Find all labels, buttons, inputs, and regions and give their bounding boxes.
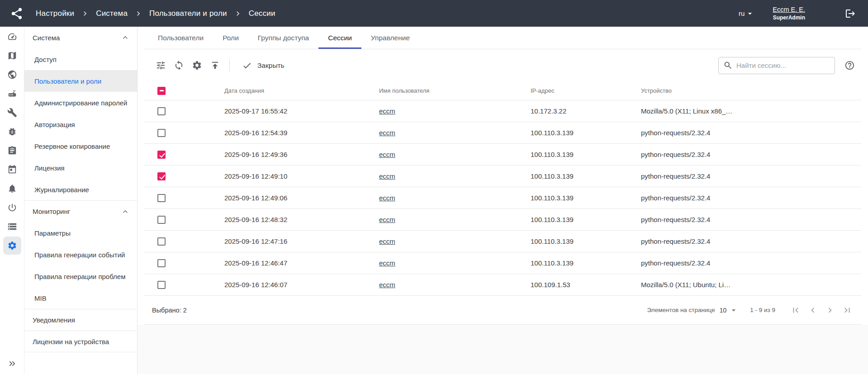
row-checkbox[interactable] [157, 129, 166, 137]
user-link[interactable]: eccm [379, 107, 395, 115]
search-box[interactable] [718, 57, 835, 74]
session-created-cell: 2025-09-16 12:46:07 [224, 281, 379, 289]
sidebar-item[interactable]: Лицензия [24, 157, 137, 179]
search-input[interactable] [736, 62, 830, 69]
tune-button[interactable] [152, 57, 169, 74]
row-checkbox[interactable] [157, 259, 166, 267]
table-row: 2025-09-16 12:49:10eccm100.110.3.139pyth… [144, 166, 861, 187]
rail-item-router[interactable] [3, 85, 21, 103]
per-page-label: Элементов на странице [647, 307, 715, 313]
user-link[interactable]: eccm [379, 259, 395, 267]
tab[interactable]: Роли [213, 27, 248, 49]
row-checkbox-cell [157, 237, 224, 246]
user-link[interactable]: eccm [379, 194, 395, 202]
column-header[interactable]: IP-адрес [531, 87, 641, 94]
app-logo-icon[interactable] [10, 7, 24, 20]
session-ip-cell: 10.172.3.22 [531, 107, 641, 115]
sidebar-item[interactable]: Правила генерации проблем [24, 265, 137, 287]
close-session-button[interactable]: Закрыть [236, 57, 291, 74]
upload-button[interactable] [206, 57, 223, 74]
session-device-cell: Mozilla/5.0 (X11; Ubuntu; Li… [641, 281, 861, 289]
tab[interactable]: Группы доступа [248, 27, 318, 49]
row-checkbox[interactable] [157, 172, 166, 180]
breadcrumb-item[interactable]: Пользователи и роли [149, 9, 227, 18]
last-page-icon [842, 305, 852, 315]
sidebar-section-label: Система [33, 34, 60, 42]
sidebar-item[interactable]: Правила генерации событий [24, 244, 137, 265]
row-checkbox[interactable] [157, 107, 166, 115]
sync-button[interactable] [170, 57, 187, 74]
help-button[interactable] [841, 57, 858, 74]
rail-item-dashboard[interactable] [3, 28, 21, 46]
last-page-button[interactable] [840, 303, 855, 318]
chevron-up-icon [121, 207, 130, 216]
rail-item-map[interactable] [3, 47, 21, 65]
tab[interactable]: Управление [361, 27, 419, 49]
rail-item-calendar[interactable] [3, 161, 21, 179]
column-header[interactable]: Устройство [641, 87, 861, 94]
breadcrumb-item[interactable]: Сессии [249, 9, 275, 18]
rail-item-server[interactable] [3, 218, 21, 236]
row-checkbox[interactable] [157, 216, 166, 224]
breadcrumb-item[interactable]: Настройки [36, 9, 74, 18]
topbar: НастройкиСистемаПользователи и ролиСесси… [0, 0, 868, 27]
main: ПользователиРолиГруппы доступаСессииУпра… [138, 27, 868, 374]
rail-item-bug[interactable] [3, 123, 21, 141]
session-created-cell: 2025-09-16 12:47:16 [224, 237, 379, 245]
user-link[interactable]: eccm [379, 172, 395, 180]
tab[interactable]: Пользователи [148, 27, 213, 49]
first-page-button[interactable] [788, 303, 803, 318]
rail-item-globe[interactable] [3, 66, 21, 84]
sidebar-item[interactable]: Авторизация [24, 114, 137, 135]
language-selector[interactable]: ru [739, 9, 754, 18]
upload-icon [210, 60, 220, 71]
expand-sidebar-button[interactable] [7, 359, 17, 369]
session-user-cell: eccm [379, 237, 531, 245]
settings-icon [7, 241, 17, 251]
user-menu[interactable]: Eccm E. E. SuperAdmin [773, 5, 805, 21]
rail-item-settings[interactable] [3, 237, 21, 255]
tune-icon [156, 60, 166, 71]
logout-button[interactable] [845, 8, 856, 19]
sidebar-section[interactable]: Мониторинг [24, 200, 137, 222]
tab[interactable]: Сессии [318, 27, 361, 49]
sidebar-item[interactable]: Пользователи и роли [24, 70, 137, 92]
sidebar-item[interactable]: Доступ [24, 48, 137, 70]
sidebar-item[interactable]: Резервное копирование [24, 135, 137, 157]
rail-item-uptime[interactable] [3, 199, 21, 217]
sidebar-item[interactable]: Параметры [24, 222, 137, 244]
session-user-cell: eccm [379, 216, 531, 223]
rail-item-bell[interactable] [3, 180, 21, 198]
user-link[interactable]: eccm [379, 129, 395, 137]
column-header[interactable]: Дата создания [224, 87, 379, 94]
user-link[interactable]: eccm [379, 216, 395, 223]
per-page-select[interactable]: 10 [720, 306, 739, 315]
selected-count: Выбрано: 2 [152, 307, 187, 314]
row-checkbox[interactable] [157, 237, 166, 246]
sidebar-item[interactable]: MIB [24, 287, 137, 309]
user-name[interactable]: Eccm E. E. [773, 5, 805, 14]
select-all-checkbox[interactable] [157, 87, 166, 95]
next-page-button[interactable] [822, 303, 838, 318]
tab-bar: ПользователиРолиГруппы доступаСессииУпра… [144, 27, 861, 49]
sidebar-item[interactable]: Администрирование паролей [24, 92, 137, 114]
breadcrumb-item[interactable]: Система [96, 9, 128, 18]
gear-button[interactable] [188, 57, 205, 74]
column-header[interactable]: Имя пользователя [379, 87, 531, 94]
row-checkbox-cell [157, 107, 224, 115]
row-checkbox[interactable] [157, 281, 166, 289]
user-link[interactable]: eccm [379, 281, 395, 289]
sidebar-section[interactable]: Уведомления [24, 309, 137, 331]
user-link[interactable]: eccm [379, 151, 395, 158]
row-checkbox[interactable] [157, 151, 166, 159]
sidebar-section[interactable]: Система [24, 27, 137, 48]
sidebar-section[interactable]: Лицензии на устройства [24, 331, 137, 352]
sidebar-item[interactable]: Журналирование [24, 179, 137, 200]
user-link[interactable]: eccm [379, 237, 395, 245]
session-device-cell: python-requests/2.32.4 [641, 129, 861, 137]
row-checkbox[interactable] [157, 194, 166, 202]
rail-item-tasks[interactable] [3, 142, 21, 160]
session-created-cell: 2025-09-16 12:49:10 [224, 172, 379, 180]
rail-item-wrench[interactable] [3, 104, 21, 122]
prev-page-button[interactable] [805, 303, 821, 318]
